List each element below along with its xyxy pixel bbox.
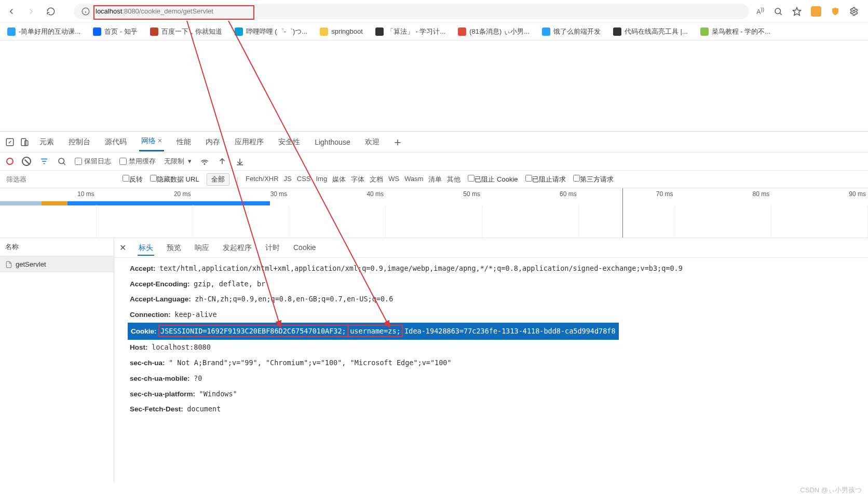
request-row[interactable]: getServlet [0,256,114,272]
favicon [235,27,243,36]
ext-icon-1[interactable] [811,6,821,17]
shield-icon[interactable] [831,7,840,16]
settings-icon[interactable] [849,7,859,16]
download-har-icon[interactable] [235,157,245,166]
bookmark-item[interactable]: 饿了么前端开发 [542,27,601,36]
name-header: 名称 [0,238,114,256]
svg-point-13 [59,158,64,164]
devtools-tab[interactable]: 性能 [174,133,193,151]
devtools-tab[interactable]: 源代码 [103,133,129,151]
name-column: 名称 getServlet [0,238,114,482]
detail-tab[interactable]: 标头 [138,240,154,256]
filter-type[interactable]: 媒体 [332,175,346,184]
blocked-requests-checkbox[interactable]: 已阻止请求 [525,175,566,184]
favorite-icon[interactable] [792,7,802,16]
filter-type[interactable]: 字体 [351,175,364,184]
filter-type[interactable]: 其他 [447,175,460,184]
disable-cache-checkbox[interactable]: 禁用缓存 [119,157,156,166]
svg-point-3 [775,8,781,14]
devtools-tab[interactable]: 内存 [204,133,222,151]
bookmark-item[interactable]: 「算法」 - 学习计... [375,27,445,36]
devtools-tab[interactable]: 欢迎 [363,133,382,151]
filter-type[interactable]: JS [284,175,292,184]
filter-type[interactable]: CSS [297,175,311,184]
bookmark-item[interactable]: 菜鸟教程 - 学的不... [700,27,770,36]
throttle-select[interactable]: 无限制 ▾ [164,157,192,166]
bookmark-item[interactable]: (81条消息) ぃ小男... [458,27,530,36]
record-button[interactable] [6,158,13,165]
upload-har-icon[interactable] [218,157,227,166]
favicon [320,27,328,36]
refresh-button[interactable] [45,5,57,18]
timeline-label: 70 ms [579,190,675,198]
favicon [7,27,16,36]
filter-input[interactable] [6,175,115,183]
third-party-checkbox[interactable]: 第三方请求 [573,175,614,184]
devtools-tab[interactable]: 应用程序 [233,133,266,151]
address-bar: localhost:8080/cookie_demo/getServlet A)… [0,0,868,23]
devtools-tab[interactable]: 控制台 [66,133,92,151]
watermark: CSDN @ぃ小男孩つ [800,486,862,495]
cookie-header-row: Cookie: JSESSIONID=1692F9193C20EBF86D2C6… [128,323,619,340]
detail-tab[interactable]: 发起程序 [222,240,253,255]
request-name: getServlet [16,260,46,268]
network-split: 名称 getServlet ✕ 标头预览响应发起程序计时Cookie Accep… [0,238,868,482]
bookmark-item[interactable]: springboot [320,27,363,36]
devtools-tab[interactable]: 网络× [139,132,164,151]
timeline[interactable]: 10 ms20 ms30 ms40 ms50 ms60 ms70 ms80 ms… [0,188,868,238]
favicon [375,27,384,36]
favicon [613,27,621,36]
network-conditions-icon[interactable] [200,157,209,166]
bookmark-item[interactable]: 代码在线高亮工具 |... [613,27,688,36]
bookmarks-bar: -简单好用的互动课...首页 - 知乎百度一下，你就知道哔哩哔哩 (゜-゜)つ.… [0,23,868,40]
filter-type[interactable]: 清单 [428,175,442,184]
bookmark-item[interactable]: 百度一下，你就知道 [150,27,222,36]
bookmark-item[interactable]: 哔哩哔哩 (゜-゜)つ... [235,27,307,36]
svg-marker-5 [793,7,801,15]
devtools-tab[interactable]: Lighthouse [313,134,352,150]
detail-tab[interactable]: 响应 [194,240,210,255]
page-viewport [0,40,868,131]
detail-tab[interactable]: 预览 [166,240,182,255]
detail-tab[interactable]: Cookie [292,240,317,255]
forward-button[interactable] [25,5,37,18]
devtools-tabstrip: 元素控制台源代码网络×性能内存应用程序安全性Lighthouse欢迎 ＋ [0,131,868,152]
filter-type[interactable]: Wasm [404,175,423,184]
search-icon-2[interactable] [57,157,66,166]
invert-checkbox[interactable]: 反转 [123,175,143,184]
filter-icon[interactable] [39,157,49,166]
timeline-label: 60 ms [482,190,579,198]
close-detail-button[interactable]: ✕ [119,243,126,253]
network-toolbar: 保留日志 禁用缓存 无限制 ▾ [0,152,868,171]
bookmark-item[interactable]: -简单好用的互动课... [7,27,80,36]
url-bar[interactable]: localhost:8080/cookie_demo/getServlet [74,4,749,19]
filter-type[interactable]: Fetch/XHR [246,175,279,184]
more-tabs-button[interactable]: ＋ [392,134,403,150]
read-aloud-icon[interactable]: A)) [756,7,764,16]
filter-type[interactable]: Img [316,175,328,184]
favicon [700,27,709,36]
filter-type[interactable]: WS [388,175,399,184]
inspect-icon[interactable] [5,137,15,147]
timeline-label: 50 ms [386,190,482,198]
search-icon[interactable] [774,7,783,16]
detail-tab[interactable]: 计时 [264,240,281,255]
timeline-label: 20 ms [97,190,193,198]
site-info-icon [81,7,90,16]
svg-point-15 [204,164,205,165]
bookmark-item[interactable]: 首页 - 知乎 [93,27,138,36]
hide-data-url-checkbox[interactable]: 隐藏数据 URL [150,175,199,184]
back-button[interactable] [5,5,18,18]
device-icon[interactable] [20,137,29,147]
svg-point-6 [853,10,856,12]
devtools-tab[interactable]: 元素 [37,133,56,151]
devtools-tab[interactable]: 安全性 [276,133,302,151]
blocked-cookies-checkbox[interactable]: 已阻止 Cookie [468,175,518,184]
request-headers: Accept: text/html,application/xhtml+xml,… [114,258,868,427]
clear-button[interactable] [22,157,31,166]
favicon [93,27,101,36]
svg-line-4 [780,13,782,15]
filter-type[interactable]: 文档 [370,175,383,184]
preserve-log-checkbox[interactable]: 保留日志 [75,157,111,166]
filter-all[interactable]: 全部 [207,173,229,186]
